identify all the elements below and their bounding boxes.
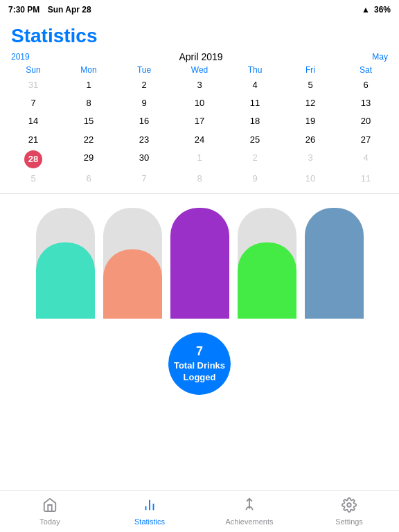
calendar-cell[interactable]: 9 [116,94,172,112]
calendar-cell[interactable]: 29 [61,149,116,170]
bar-item [103,208,162,319]
settings-icon [342,497,357,516]
calendar-cell[interactable]: 6 [338,76,393,94]
bar-item [36,208,95,319]
calendar-cell[interactable]: 14 [6,112,61,130]
total-drinks-badge: 7 Total Drinks Logged [168,332,231,395]
calendar-cell[interactable]: 22 [61,131,116,149]
svg-point-4 [347,503,351,507]
bar-chart [0,201,399,319]
calendar-cell[interactable]: 30 [116,149,172,170]
calendar-cell[interactable]: 11 [227,94,283,112]
wifi-icon: ▲ [362,5,370,15]
status-time: 7:30 PM Sun Apr 28 [8,5,91,15]
calendar-cell[interactable]: 9 [227,170,283,188]
achievements-tab-label: Achievements [225,517,273,526]
calendar-cell[interactable]: 27 [338,131,393,149]
calendar-cell[interactable]: 25 [227,131,283,149]
tab-item-today[interactable]: Today [0,497,100,526]
calendar-cell[interactable]: 4 [227,76,283,94]
calendar-nav: 2019 April 2019 May [6,50,393,64]
tab-item-statistics[interactable]: Statistics [100,497,200,526]
calendar-day-header: Tue [116,64,172,76]
badge-line2: Logged [184,372,216,384]
tab-item-settings[interactable]: Settings [299,497,399,526]
calendar-cell[interactable]: 2 [227,149,283,170]
calendar-cell[interactable]: 10 [172,94,227,112]
calendar-cell[interactable]: 8 [61,94,116,112]
prev-month[interactable]: 2019 [11,52,30,62]
calendar-cell[interactable]: 13 [338,94,393,112]
calendar-cell[interactable]: 20 [338,112,393,130]
calendar-cell[interactable]: 4 [338,149,393,170]
tab-item-achievements[interactable]: Achievements [200,497,299,526]
calendar: 2019 April 2019 May SunMonTueWedThuFriSa… [0,50,399,188]
badge-container: 7 Total Drinks Logged [0,332,399,395]
calendar-day-header: Thu [227,64,283,76]
battery-icon: 36% [374,5,391,15]
status-right: ▲ 36% [362,5,391,15]
calendar-day-headers: SunMonTueWedThuFriSat [6,64,393,76]
calendar-cell[interactable]: 1 [61,76,116,94]
calendar-cell[interactable]: 24 [172,131,227,149]
calendar-cell[interactable]: 11 [338,170,393,188]
calendar-cell[interactable]: 3 [283,149,338,170]
badge-number: 7 [196,344,203,360]
calendar-cell[interactable]: 5 [283,76,338,94]
calendar-cell[interactable]: 8 [172,170,227,188]
calendar-cell[interactable]: 31 [6,76,61,94]
calendar-day-header: Sat [338,64,393,76]
calendar-cell[interactable]: 12 [283,94,338,112]
calendar-cell[interactable]: 16 [116,112,172,130]
bar-item [170,208,229,319]
bar-item [305,208,364,319]
divider [0,193,399,194]
statistics-tab-label: Statistics [134,517,165,526]
calendar-cell[interactable]: 17 [172,112,227,130]
settings-tab-label: Settings [335,517,363,526]
calendar-cell[interactable]: 23 [116,131,172,149]
statistics-icon [142,497,157,516]
next-month[interactable]: May [372,52,388,62]
calendar-cell[interactable]: 2 [116,76,172,94]
calendar-cell[interactable]: 5 [6,170,61,188]
today-icon [42,497,57,516]
achievements-icon [242,497,257,516]
badge-line1: Total Drinks [174,360,225,372]
calendar-day-header: Wed [172,64,227,76]
page-title: Statistics [0,19,399,50]
calendar-cell[interactable]: 15 [61,112,116,130]
tab-bar: TodayStatisticsAchievementsSettings [0,490,399,532]
calendar-cell[interactable]: 10 [283,170,338,188]
calendar-day-header: Sun [6,64,61,76]
calendar-cell[interactable]: 7 [116,170,172,188]
calendar-cell[interactable]: 28 [24,150,42,168]
calendar-cell[interactable]: 1 [172,149,227,170]
calendar-grid: 3112345678910111213141516171819202122232… [6,76,393,188]
main-content: Statistics 2019 April 2019 May SunMonTue… [0,19,399,490]
today-tab-label: Today [39,517,60,526]
bar-item [238,208,296,319]
month-title: April 2019 [179,51,222,62]
calendar-cell[interactable]: 3 [172,76,227,94]
calendar-cell[interactable]: 21 [6,131,61,149]
calendar-cell[interactable]: 6 [61,170,116,188]
calendar-cell[interactable]: 26 [283,131,338,149]
calendar-day-header: Fri [283,64,338,76]
calendar-day-header: Mon [61,64,116,76]
calendar-cell[interactable]: 19 [283,112,338,130]
calendar-cell[interactable]: 18 [227,112,283,130]
calendar-cell[interactable]: 7 [6,94,61,112]
status-bar: 7:30 PM Sun Apr 28 ▲ 36% [0,0,399,19]
